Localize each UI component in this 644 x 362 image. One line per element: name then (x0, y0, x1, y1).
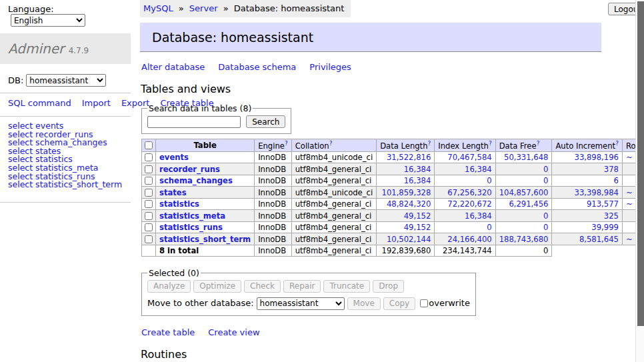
cell-data_length: 101,859,328 (377, 187, 435, 199)
help-link[interactable]: ? (615, 140, 619, 147)
index_length-link[interactable]: 0 (438, 223, 491, 232)
link-create-table[interactable]: Create table (141, 327, 195, 337)
data_length-link[interactable]: 49,152 (380, 211, 431, 221)
move-label: Move to other database: (147, 298, 254, 308)
repair-button[interactable]: Repair (283, 280, 321, 293)
overwrite-checkbox[interactable] (420, 299, 428, 307)
truncate-button[interactable]: Truncate (323, 280, 370, 293)
breadcrumb-link[interactable]: MySQL (143, 3, 173, 13)
row-checkbox[interactable] (145, 177, 153, 185)
index_length-link[interactable]: 0 (438, 176, 491, 185)
link-alter-database[interactable]: Alter database (141, 62, 205, 72)
cell-collation: utf8mb4_general_ci (291, 198, 376, 210)
table-open-link[interactable]: states (159, 188, 187, 197)
auto_increment-link[interactable]: 6 (555, 176, 619, 185)
copy-button[interactable]: Copy (383, 297, 415, 310)
column-help: ? (489, 140, 492, 147)
table-open-link[interactable]: statistics_runs (159, 223, 223, 232)
total-name: 8 in total (156, 245, 255, 256)
index_length-link[interactable]: 16,384 (438, 165, 491, 174)
sidebar-action-sql-command[interactable]: SQL command (8, 98, 71, 108)
table-open-link[interactable]: statistics (159, 199, 199, 209)
cell-data_length: 48,824,320 (377, 198, 435, 210)
move-db-select[interactable]: homeassistant (257, 297, 345, 310)
row-checkbox[interactable] (145, 189, 153, 197)
data_length-link[interactable]: 31,522,816 (380, 153, 431, 162)
row-checkbox[interactable] (145, 223, 153, 231)
row-checkbox[interactable] (145, 200, 153, 208)
total-collation: utf8mb4_general_ci (291, 245, 376, 256)
data_free-link[interactable]: 0 (499, 165, 549, 174)
search-button[interactable]: Search (246, 115, 285, 128)
auto_increment-link[interactable]: 325 (555, 211, 619, 221)
index_length-link[interactable]: 72,220,672 (438, 199, 491, 209)
check-button[interactable]: Check (244, 280, 281, 293)
sidebar-action-import[interactable]: Import (82, 98, 111, 108)
scrollbar[interactable] (635, 0, 644, 362)
data_free-link[interactable]: 0 (499, 223, 549, 232)
data_length-link[interactable]: 10,502,144 (380, 235, 431, 244)
index_length-link[interactable]: 16,384 (438, 211, 491, 221)
auto_increment-link[interactable]: 33,398,984 (555, 188, 619, 197)
help-link[interactable]: ? (428, 140, 431, 147)
data_length-link[interactable]: 101,859,328 (380, 188, 431, 197)
table-open-link[interactable]: events (159, 153, 189, 162)
table-open-link[interactable]: statistics_meta (159, 211, 225, 221)
move-button[interactable]: Move (347, 297, 381, 310)
data_length-link[interactable]: 16,384 (380, 165, 431, 174)
link-database-schema[interactable]: Database schema (218, 62, 296, 72)
sidebar-table-links: select eventsselect recorder_runsselect … (0, 117, 131, 196)
data_length-link[interactable]: 48,824,320 (380, 199, 431, 209)
help-link[interactable]: ? (329, 140, 333, 147)
data_free-link[interactable]: 50,331,648 (499, 153, 549, 162)
link-privileges[interactable]: Privileges (309, 62, 351, 72)
routines-heading: Routines (141, 348, 601, 361)
db-select[interactable]: homeassistant (26, 74, 106, 87)
data_free-link[interactable]: 104,857,600 (499, 188, 549, 197)
scrollbar-thumb[interactable] (637, 1, 644, 326)
data_length-link[interactable]: 49,152 (380, 223, 431, 232)
cell-data_free: 50,331,648 (495, 151, 552, 163)
sidebar-link-select-statistics_short_term[interactable]: select statistics_short_term (8, 181, 131, 189)
auto_increment-link[interactable]: 8,581,645 (555, 235, 619, 244)
help-link[interactable]: ? (537, 140, 540, 147)
data_free-link[interactable]: 188,743,680 (499, 235, 549, 244)
help-link[interactable]: ? (489, 140, 492, 147)
help-link[interactable]: ? (285, 140, 288, 147)
table-open-link[interactable]: recorder_runs (159, 165, 220, 174)
table-open-link[interactable]: schema_changes (159, 176, 233, 185)
row-checkbox[interactable] (145, 153, 153, 161)
data_free-link[interactable]: 6,291,456 (499, 199, 549, 209)
breadcrumb-link[interactable]: Server (189, 3, 218, 13)
auto_increment-link[interactable]: 33,898,196 (555, 153, 619, 162)
row-checkbox-cell (142, 198, 156, 210)
cell-data_free: 0 (495, 175, 552, 187)
analyze-button[interactable]: Analyze (147, 280, 191, 293)
link-create-view[interactable]: Create view (208, 327, 259, 337)
select-all-checkbox[interactable] (145, 141, 153, 149)
optimize-button[interactable]: Optimize (193, 280, 241, 293)
row-checkbox[interactable] (145, 165, 153, 173)
auto_increment-link[interactable]: 39,999 (555, 223, 619, 232)
row-checkbox[interactable] (145, 235, 153, 243)
total-data_length: 192,839,680 (377, 245, 435, 256)
adminer-logo-link[interactable]: Adminer (8, 41, 64, 57)
index_length-link[interactable]: 24,166,400 (438, 235, 491, 244)
index_length-link[interactable]: 70,467,584 (438, 153, 491, 162)
table-row: statesInnoDButf8mb4_unicode_ci101,859,32… (142, 187, 644, 199)
search-input[interactable] (147, 116, 241, 128)
cell-data_free: 188,743,680 (495, 233, 552, 245)
cell-engine: InnoDB (255, 175, 292, 187)
index_length-link[interactable]: 67,256,320 (438, 188, 491, 197)
drop-button[interactable]: Drop (373, 280, 404, 293)
data_free-link[interactable]: 0 (499, 211, 549, 221)
data_length-link[interactable]: 16,384 (380, 176, 431, 185)
cell-index_length: 16,384 (435, 210, 495, 222)
auto_increment-link[interactable]: 913,577 (555, 199, 619, 209)
row-checkbox[interactable] (145, 212, 153, 220)
table-open-link[interactable]: statistics_short_term (159, 235, 251, 244)
auto_increment-link[interactable]: 378 (555, 165, 619, 174)
data_free-link[interactable]: 0 (499, 176, 549, 185)
language-select[interactable]: English (11, 14, 85, 27)
sidebar: Language:English Adminer 4.7.9 DB:homeas… (0, 0, 131, 203)
